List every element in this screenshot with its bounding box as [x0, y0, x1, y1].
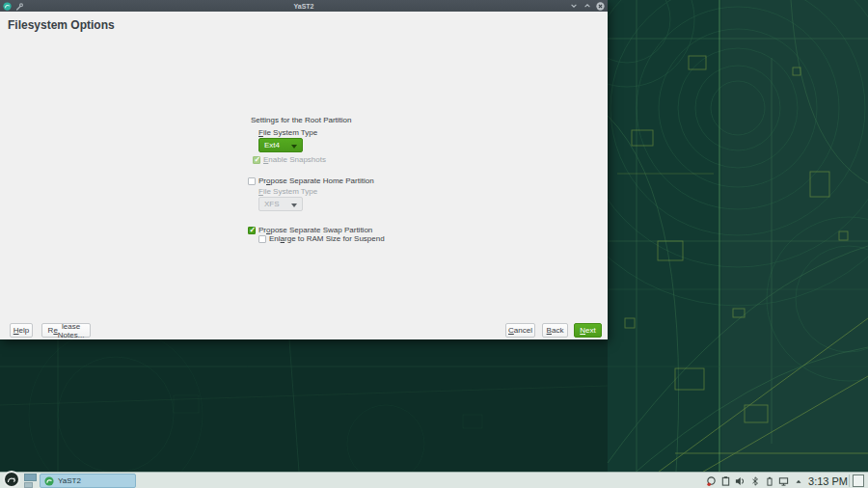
root-fs-type-select[interactable]: Ext4	[258, 138, 303, 152]
desktop: YaST2 Filesystem Options Settings for th…	[0, 0, 868, 488]
pager-desktop-1[interactable]	[24, 474, 37, 481]
cancel-button[interactable]: Cancel	[505, 323, 535, 338]
swap-partition-row: Propose Separate Swap Partition	[248, 226, 372, 234]
enable-snapshots-label[interactable]: Enable Snapshots	[263, 155, 326, 164]
root-fs-type-label: File System Type	[258, 128, 317, 137]
yast2-task-icon	[44, 476, 54, 486]
chevron-down-icon	[291, 203, 297, 207]
virtual-desktop-pager[interactable]	[24, 474, 37, 488]
window-content: Filesystem Options Settings for the Root…	[0, 12, 608, 339]
clipboard-icon[interactable]	[720, 475, 731, 487]
show-desktop-button[interactable]	[853, 474, 864, 487]
minimize-icon[interactable]	[569, 2, 578, 11]
enable-snapshots-checkbox[interactable]	[253, 156, 260, 164]
expand-tray-icon[interactable]	[793, 475, 803, 487]
root-fs-type-value: Ext4	[264, 141, 280, 149]
system-tray	[706, 473, 803, 488]
software-update-icon[interactable]	[706, 475, 717, 487]
task-button-label: YaST2	[58, 476, 81, 485]
maximize-icon[interactable]	[583, 2, 591, 11]
pager-desktop-2[interactable]	[24, 482, 33, 488]
display-icon[interactable]	[778, 475, 789, 487]
enlarge-swap-checkbox[interactable]	[258, 235, 266, 243]
enlarge-swap-row: Enlarge to RAM Size for Suspend	[258, 234, 385, 243]
help-button[interactable]: Help	[10, 323, 33, 338]
release-notes-button[interactable]: Release Notes...	[41, 323, 91, 338]
swap-partition-checkbox[interactable]	[248, 227, 256, 234]
home-partition-row: Propose Separate Home Partition	[248, 176, 374, 185]
enlarge-swap-label[interactable]: Enlarge to RAM Size for Suspend	[269, 234, 385, 243]
home-fs-type-select[interactable]: XFS	[258, 197, 303, 211]
geeko-icon	[6, 474, 17, 485]
volume-icon[interactable]	[735, 475, 746, 487]
home-partition-checkbox[interactable]	[248, 177, 256, 185]
yast2-window: YaST2 Filesystem Options Settings for th…	[0, 0, 608, 339]
application-launcher-button[interactable]	[3, 471, 20, 488]
taskbar: YaST2 3:13 PM	[0, 472, 868, 488]
chevron-down-icon	[291, 145, 297, 149]
battery-icon[interactable]	[764, 475, 774, 487]
panel-separator	[849, 474, 850, 487]
root-section-label: Settings for the Root Partition	[251, 116, 352, 124]
bluetooth-icon[interactable]	[749, 475, 760, 487]
enable-snapshots-row: Enable Snapshots	[253, 155, 326, 164]
titlebar[interactable]: YaST2	[0, 0, 608, 12]
back-button[interactable]: Back	[542, 323, 568, 338]
next-button[interactable]: Next	[574, 323, 602, 338]
window-title: YaST2	[0, 3, 608, 10]
clock[interactable]: 3:13 PM	[808, 473, 848, 488]
task-button-yast2[interactable]: YaST2	[40, 474, 136, 488]
swap-partition-label[interactable]: Propose Separate Swap Partition	[258, 226, 372, 234]
close-icon[interactable]	[596, 2, 605, 11]
home-fs-type-value: XFS	[264, 200, 280, 208]
page-title: Filesystem Options	[8, 18, 115, 32]
home-fs-type-label: File System Type	[258, 187, 317, 196]
home-partition-label[interactable]: Propose Separate Home Partition	[258, 176, 374, 185]
